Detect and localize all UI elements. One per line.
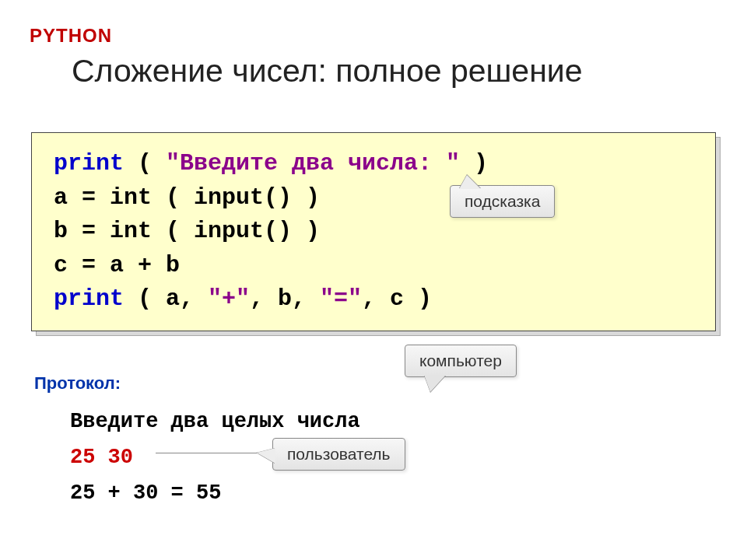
protocol-line-3: 25 + 30 = 55 xyxy=(70,476,360,512)
slide-title: Сложение чисел: полное решение xyxy=(72,53,583,89)
code-line-3: b = int ( input() ) xyxy=(54,215,693,249)
code-block-container: print ( "Введите два числа: " ) a = int … xyxy=(31,132,716,331)
code-line-5: print ( a, "+", b, "=", c ) xyxy=(54,282,693,317)
code-block: print ( "Введите два числа: " ) a = int … xyxy=(31,132,716,331)
protocol-label: Протокол: xyxy=(34,373,121,394)
code-text: ( xyxy=(124,150,166,177)
callout-user-tail xyxy=(257,448,275,464)
code-text: ) xyxy=(460,150,488,177)
callout-hint: подсказка xyxy=(450,185,555,218)
language-label: PYTHON xyxy=(30,25,112,47)
callout-user: пользователь xyxy=(272,438,405,471)
keyword-print: print xyxy=(54,285,124,312)
code-line-1: print ( "Введите два числа: " ) xyxy=(54,147,693,181)
protocol-line-1: Введите два целых числа xyxy=(70,404,360,440)
string-literal: "=" xyxy=(320,285,362,312)
string-literal: "+" xyxy=(208,285,250,312)
callout-hint-tail xyxy=(459,175,481,189)
string-literal: "Введите два числа: " xyxy=(166,150,460,177)
code-text: , b, xyxy=(250,285,320,312)
connector-line xyxy=(156,453,257,453)
code-line-2: a = int ( input() ) xyxy=(54,181,693,215)
callout-computer-tail xyxy=(424,375,446,392)
code-line-4: c = a + b xyxy=(54,249,693,283)
code-text: ( a, xyxy=(124,285,208,312)
callout-computer: компьютер xyxy=(405,345,517,377)
keyword-print: print xyxy=(54,150,124,177)
code-text: , c ) xyxy=(362,285,432,312)
